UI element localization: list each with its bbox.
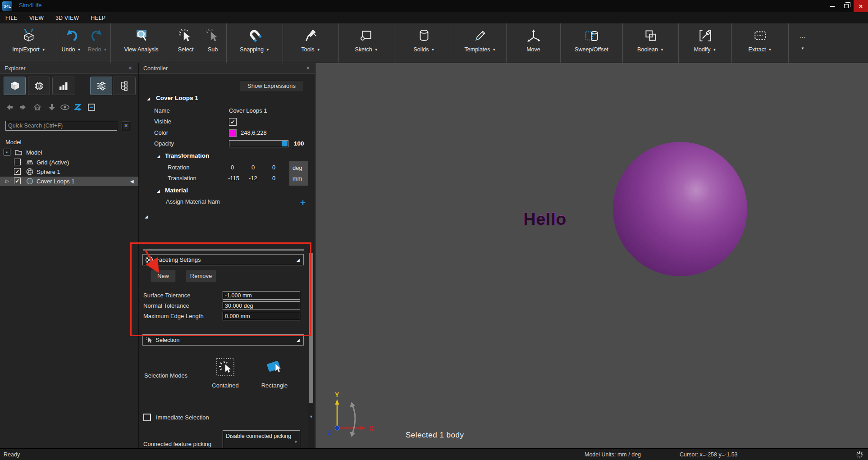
explorer-tab-simulation[interactable]	[28, 77, 50, 95]
overflow-caret-icon[interactable]: ▼	[801, 46, 804, 50]
tree-label[interactable]: Model	[26, 149, 42, 156]
faceting-settings-header[interactable]: Faceting Settings ◢	[142, 254, 304, 265]
dropdown-caret-icon[interactable]: ▼	[103, 48, 107, 52]
explorer-tab-model[interactable]	[4, 77, 26, 95]
tools-button[interactable]: Tools▼	[283, 23, 338, 63]
sphere-checkbox[interactable]: ✓	[14, 168, 21, 175]
dropdown-caret-icon[interactable]: ▼	[266, 48, 270, 52]
collapse-triangle-icon[interactable]: ◢	[297, 338, 300, 342]
explorer-tab-properties[interactable]	[90, 77, 112, 95]
tree-row-model[interactable]: ▪ Model	[0, 148, 138, 157]
surface-tolerance-input[interactable]	[223, 291, 300, 300]
scrollbar-thumb[interactable]	[309, 253, 313, 403]
boolean-button[interactable]: Boolean▼	[623, 23, 678, 63]
max-edge-length-input[interactable]	[223, 312, 300, 320]
show-expressions-button[interactable]: Show Expressions	[240, 80, 303, 92]
undo-button[interactable]: Undo▼	[58, 23, 84, 63]
tree-label[interactable]: Cover Loops 1	[37, 178, 75, 185]
rotation-y[interactable]: 0	[251, 164, 255, 171]
dropdown-caret-icon[interactable]: ▼	[77, 48, 81, 52]
opacity-slider[interactable]	[229, 140, 288, 147]
dropdown-caret-icon[interactable]: ▼	[660, 48, 664, 52]
collapse-triangle-icon[interactable]: ◢	[157, 154, 160, 159]
dropdown-caret-icon[interactable]: ▼	[317, 48, 320, 52]
restore-button[interactable]	[839, 0, 854, 12]
translation-x[interactable]: -115	[228, 175, 239, 182]
close-button[interactable]: ×	[854, 0, 868, 12]
visibility-button[interactable]	[60, 103, 70, 112]
splitter-grip[interactable]	[143, 249, 304, 251]
minimize-button[interactable]	[825, 0, 839, 12]
select-button[interactable]: Select	[172, 23, 199, 63]
move-button[interactable]: Move	[507, 23, 560, 63]
rotation-x[interactable]: 0	[231, 164, 234, 171]
tree-row-grid[interactable]: Grid (Active)	[0, 158, 138, 167]
hello-3d-text[interactable]: Hello	[524, 210, 566, 229]
cover-loops-checkbox[interactable]: ✓	[14, 178, 21, 184]
sub-select-button[interactable]: Sub	[199, 23, 226, 63]
nav-home-button[interactable]	[32, 103, 42, 112]
rectangle-mode-button[interactable]: Rectangle	[255, 357, 294, 389]
nav-back-button[interactable]	[5, 103, 14, 112]
dropdown-caret-icon[interactable]: ▼	[713, 48, 716, 52]
dropdown-caret-icon[interactable]: ▼	[375, 48, 378, 52]
templates-button[interactable]: Templates▼	[454, 23, 506, 63]
sphere-model[interactable]	[613, 142, 747, 276]
search-clear-button[interactable]: ×	[122, 122, 130, 130]
zoom-to-button[interactable]	[73, 103, 83, 112]
add-material-button[interactable]: +	[300, 197, 306, 208]
menu-view[interactable]: VIEW	[29, 15, 44, 21]
sketch-button[interactable]: Sketch▼	[339, 23, 394, 63]
expander-icon[interactable]: ▷	[5, 178, 9, 183]
tree-row-sphere[interactable]: ✓ Sphere 1	[0, 167, 138, 177]
collapse-triangle-icon[interactable]: ◢	[297, 258, 300, 262]
scroll-down-icon[interactable]: ▼	[308, 414, 314, 419]
tree-label[interactable]: Grid (Active)	[37, 159, 69, 166]
explorer-close-icon[interactable]: ×	[127, 65, 134, 72]
tree-label[interactable]: Sphere 1	[37, 169, 60, 175]
connected-picking-dropdown[interactable]: Disable connected picking ▼	[223, 430, 300, 448]
nav-forward-button[interactable]	[18, 103, 28, 112]
translation-z[interactable]: 0	[272, 175, 275, 182]
contained-mode-button[interactable]: Contained	[206, 357, 245, 389]
collapse-all-button[interactable]	[87, 103, 96, 112]
explorer-tab-hierarchy[interactable]	[114, 77, 136, 95]
solids-button[interactable]: Solids▼	[394, 23, 454, 63]
dropdown-caret-icon[interactable]: ▼	[768, 48, 772, 52]
imp-export-button[interactable]: Imp/Export▼	[0, 23, 58, 63]
dropdown-caret-icon[interactable]: ▼	[42, 48, 46, 52]
selection-header[interactable]: Selection ◢	[142, 334, 304, 346]
collapse-triangle-icon[interactable]: ◢	[145, 214, 148, 219]
dropdown-caret-icon[interactable]: ▼	[431, 48, 435, 52]
snapping-button[interactable]: Snapping▼	[227, 23, 283, 63]
menu-help[interactable]: HELP	[91, 15, 105, 21]
collapse-triangle-icon[interactable]: ◢	[147, 96, 150, 101]
search-input[interactable]	[5, 121, 117, 131]
translation-y[interactable]: -12	[249, 175, 257, 182]
controller-scrollbar[interactable]: ▼	[308, 249, 314, 447]
normal-tolerance-input[interactable]	[223, 301, 300, 310]
menu-file[interactable]: FILE	[5, 15, 18, 21]
grid-checkbox[interactable]	[14, 159, 21, 165]
sweep-offset-button[interactable]: Sweep/Offset	[561, 23, 622, 63]
viewport-3d[interactable]: Hello Y X Z Selected 1 body	[315, 63, 868, 448]
controller-close-icon[interactable]: ×	[304, 65, 311, 72]
model-checkbox[interactable]: ▪	[4, 149, 10, 155]
view-analysis-button[interactable]: View Analysis	[111, 23, 172, 63]
dropdown-caret-icon[interactable]: ▼	[493, 48, 496, 52]
extract-button[interactable]: Extract▼	[732, 23, 788, 63]
rotation-z[interactable]: 0	[272, 164, 275, 171]
modify-button[interactable]: Modify▼	[679, 23, 731, 63]
menu-3d-view[interactable]: 3D VIEW	[55, 15, 79, 21]
immediate-selection-checkbox[interactable]	[143, 414, 151, 421]
opacity-slider-handle[interactable]	[282, 141, 288, 146]
visible-checkbox[interactable]: ✓	[229, 118, 237, 126]
new-button[interactable]: New	[151, 270, 176, 282]
name-value[interactable]: Cover Loops 1	[229, 107, 267, 114]
remove-button[interactable]: Remove	[186, 270, 216, 282]
color-swatch[interactable]	[229, 129, 237, 137]
tree-row-cover-loops[interactable]: ▷ ✓ Cover Loops 1 ◄	[0, 177, 138, 186]
orientation-triad[interactable]: Y X Z	[324, 391, 382, 443]
collapse-triangle-icon[interactable]: ◢	[157, 189, 160, 193]
toolbar-overflow-button[interactable]: ... ▼	[789, 23, 817, 63]
